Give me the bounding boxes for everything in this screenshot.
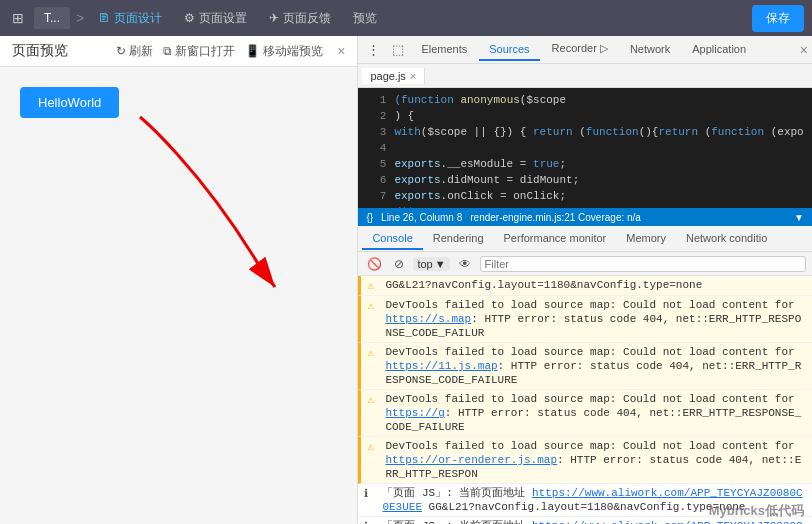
code-line-6: 6 exports.didMount = didMount;: [358, 172, 812, 188]
devtools-tab-network[interactable]: Network: [620, 39, 680, 61]
panel-tab-console[interactable]: Console: [362, 228, 422, 250]
warning-icon: ⚠: [367, 440, 381, 454]
devtools-panel: ⋮ ⬚ Elements Sources Recorder ▷ Network …: [358, 36, 812, 524]
code-line-5: 5 exports.__esModule = true;: [358, 156, 812, 172]
status-right[interactable]: ▼: [794, 212, 804, 223]
devtools-tab-elements[interactable]: Elements: [411, 39, 477, 61]
status-coverage[interactable]: render-engine.min.js:21 Coverage: n/a: [470, 212, 641, 223]
panel-tab-rendering[interactable]: Rendering: [423, 228, 494, 250]
devtools-close-icon[interactable]: ×: [800, 42, 808, 58]
status-line-col[interactable]: Line 26, Column 8: [381, 212, 462, 223]
toolbar-page-settings[interactable]: ⚙ 页面设置: [176, 6, 255, 31]
console-link[interactable]: https://www.aliwork.com/APP_TEYCYAJZ0080…: [382, 520, 802, 524]
refresh-icon: ↻: [116, 44, 126, 58]
console-settings-icon[interactable]: ⊘: [391, 256, 407, 272]
devtools-tab-sources[interactable]: Sources: [479, 39, 539, 61]
page-preview-title: 页面预览: [12, 42, 68, 60]
toolbar-tab-label: T...: [44, 11, 60, 25]
devtools-menu-icon[interactable]: ⋮: [362, 40, 385, 59]
clear-console-button[interactable]: 🚫: [364, 256, 385, 272]
warning-icon: ⚠: [367, 346, 381, 360]
mobile-icon: 📱: [245, 44, 260, 58]
console-msg-warn4: ⚠ DevTools failed to load source map: Co…: [358, 437, 812, 484]
left-panel: 页面预览 ↻ 刷新 ⧉ 新窗口打开 📱 移动端预览 × HelloWorld: [0, 36, 358, 524]
devtools-topbar: ⋮ ⬚ Elements Sources Recorder ▷ Network …: [358, 36, 812, 64]
top-dropdown[interactable]: top ▼: [413, 257, 449, 271]
code-line-3: 3 with($scope || {}) { return (function(…: [358, 124, 812, 140]
console-link[interactable]: https://s.map: [385, 313, 471, 325]
console-messages: ⚠ GG&L21?navConfig.layout=1180&navConfig…: [358, 276, 812, 524]
save-button[interactable]: 保存: [752, 5, 804, 32]
file-tab-pagejs[interactable]: page.js ×: [362, 68, 425, 84]
warning-icon: ⚠: [367, 299, 381, 313]
status-func[interactable]: {}: [366, 212, 373, 223]
devtools-inspect-icon[interactable]: ⬚: [387, 40, 409, 59]
console-msg-warn3: ⚠ DevTools failed to load source map: Co…: [358, 390, 812, 437]
settings-icon: ⚙: [184, 11, 195, 25]
breadcrumb-sep: >: [76, 10, 84, 26]
top-toolbar: ⊞ T... > 🖹 页面设计 ⚙ 页面设置 ✈ 页面反馈 预览 保存: [0, 0, 812, 36]
console-msg-text: DevTools failed to load source map: Coul…: [385, 392, 806, 434]
devtools-tab-recorder[interactable]: Recorder ▷: [542, 38, 618, 61]
new-window-button[interactable]: ⧉ 新窗口打开: [163, 43, 235, 60]
red-arrow: [60, 107, 340, 327]
panel-tabs: Console Rendering Performance monitor Me…: [358, 226, 812, 252]
main-area: 页面预览 ↻ 刷新 ⧉ 新窗口打开 📱 移动端预览 × HelloWorld: [0, 36, 812, 524]
toolbar-page-feedback[interactable]: ✈ 页面反馈: [261, 6, 339, 31]
console-msg-text: DevTools failed to load source map: Coul…: [385, 439, 806, 481]
left-panel-actions: ↻ 刷新 ⧉ 新窗口打开 📱 移动端预览 ×: [116, 43, 345, 60]
console-link[interactable]: https://11.js.map: [385, 360, 497, 372]
console-toolbar: 🚫 ⊘ top ▼ 👁: [358, 252, 812, 276]
feedback-icon: ✈: [269, 11, 279, 25]
code-area: 1 (function anonymous($scope 2 ) { 3 wit…: [358, 88, 812, 208]
grid-icon[interactable]: ⊞: [8, 10, 28, 26]
file-tab-close[interactable]: ×: [410, 70, 416, 82]
code-line-4: 4: [358, 140, 812, 156]
console-msg-nav: ⚠ GG&L21?navConfig.layout=1180&navConfig…: [358, 276, 812, 296]
info-icon: ℹ: [364, 520, 378, 524]
console-link[interactable]: https://or-renderer.js.map: [385, 454, 557, 466]
console-msg-warn2: ⚠ DevTools failed to load source map: Co…: [358, 343, 812, 390]
left-panel-header: 页面预览 ↻ 刷新 ⧉ 新窗口打开 📱 移动端预览 ×: [0, 36, 357, 67]
panel-tab-performance-monitor[interactable]: Performance monitor: [494, 228, 617, 250]
refresh-button[interactable]: ↻ 刷新: [116, 43, 153, 60]
hello-world-button[interactable]: HelloWorld: [20, 87, 119, 118]
close-panel-button[interactable]: ×: [337, 43, 345, 59]
mobile-preview-button[interactable]: 📱 移动端预览: [245, 43, 323, 60]
preview-content: HelloWorld: [0, 67, 357, 524]
code-line-7: 7 exports.onClick = onClick;: [358, 188, 812, 204]
warning-icon: ⚠: [367, 393, 381, 407]
file-tab-bar: page.js ×: [358, 64, 812, 88]
filter-input[interactable]: [480, 256, 806, 272]
toolbar-page-design[interactable]: 🖹 页面设计: [90, 6, 170, 31]
panel-tab-memory[interactable]: Memory: [616, 228, 676, 250]
console-msg-text: GG&L21?navConfig.layout=1180&navConfig.t…: [385, 278, 806, 292]
console-msg-text: DevTools failed to load source map: Coul…: [385, 345, 806, 387]
warning-icon: ⚠: [367, 279, 381, 293]
code-line-8: 8 /**: [358, 204, 812, 208]
devtools-tab-application[interactable]: Application: [682, 39, 756, 61]
console-msg-warn1: ⚠ DevTools failed to load source map: Co…: [358, 296, 812, 343]
code-line-1: 1 (function anonymous($scope: [358, 92, 812, 108]
new-window-icon: ⧉: [163, 44, 172, 58]
page-icon: 🖹: [98, 11, 110, 25]
toolbar-tab-t[interactable]: T...: [34, 7, 70, 29]
eye-icon[interactable]: 👁: [456, 256, 474, 272]
console-msg-text: DevTools failed to load source map: Coul…: [385, 298, 806, 340]
watermark: Mybricks低代码: [709, 502, 804, 520]
console-link[interactable]: https://g: [385, 407, 444, 419]
code-line-2: 2 ) {: [358, 108, 812, 124]
panel-tab-network[interactable]: Network conditio: [676, 228, 777, 250]
info-icon: ℹ: [364, 487, 378, 501]
toolbar-preview[interactable]: 预览: [345, 6, 385, 31]
status-bar: {} Line 26, Column 8 render-engine.min.j…: [358, 208, 812, 226]
